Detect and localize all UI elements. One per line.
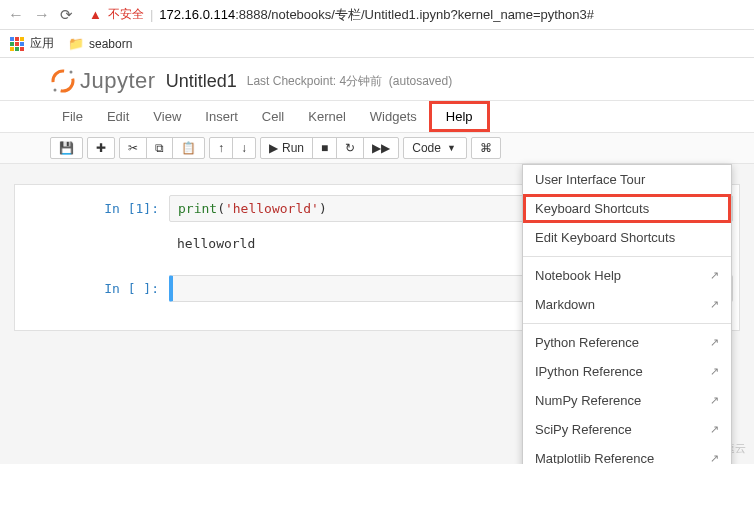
external-link-icon: ↗ xyxy=(710,394,719,407)
help-scipy-reference[interactable]: SciPy Reference↗ xyxy=(523,415,731,444)
help-ipython-reference[interactable]: IPython Reference↗ xyxy=(523,357,731,386)
help-markdown[interactable]: Markdown↗ xyxy=(523,290,731,319)
back-icon[interactable]: ← xyxy=(8,6,24,24)
help-python-reference[interactable]: Python Reference↗ xyxy=(523,328,731,357)
stop-button[interactable]: ■ xyxy=(313,138,337,158)
external-link-icon: ↗ xyxy=(710,365,719,378)
input-prompt: In [1]: xyxy=(79,195,169,222)
plus-icon: ✚ xyxy=(96,141,106,155)
menu-help[interactable]: Help xyxy=(429,101,490,132)
arrow-down-icon: ↓ xyxy=(241,141,247,155)
move-down-button[interactable]: ↓ xyxy=(233,138,255,158)
toolbar: 💾 ✚ ✂ ⧉ 📋 ↑ ↓ ▶Run ■ ↻ ▶▶ Code ▼ ⌘ xyxy=(0,133,754,164)
jupyter-logo[interactable]: Jupyter xyxy=(50,68,156,94)
apps-button[interactable]: 应用 xyxy=(10,35,54,52)
chevron-down-icon: ▼ xyxy=(447,143,456,153)
menu-edit[interactable]: Edit xyxy=(95,101,141,132)
insecure-label: 不安全 xyxy=(108,6,144,23)
stop-icon: ■ xyxy=(321,141,328,155)
jupyter-icon xyxy=(50,68,76,94)
copy-icon: ⧉ xyxy=(155,141,164,155)
scissors-icon: ✂ xyxy=(128,141,138,155)
cut-button[interactable]: ✂ xyxy=(120,138,147,158)
move-up-button[interactable]: ↑ xyxy=(210,138,233,158)
save-icon: 💾 xyxy=(59,141,74,155)
command-palette-button[interactable]: ⌘ xyxy=(472,138,500,158)
notebook-header: Jupyter Untitled1 Last Checkpoint: 4分钟前 … xyxy=(0,58,754,100)
help-notebook-help[interactable]: Notebook Help↗ xyxy=(523,261,731,290)
copy-button[interactable]: ⧉ xyxy=(147,138,173,158)
run-icon: ▶ xyxy=(269,141,278,155)
external-link-icon: ↗ xyxy=(710,336,719,349)
save-button[interactable]: 💾 xyxy=(51,138,82,158)
menu-cell[interactable]: Cell xyxy=(250,101,296,132)
keyboard-icon: ⌘ xyxy=(480,141,492,155)
external-link-icon: ↗ xyxy=(710,452,719,464)
menu-view[interactable]: View xyxy=(141,101,193,132)
help-numpy-reference[interactable]: NumPy Reference↗ xyxy=(523,386,731,415)
help-ui-tour[interactable]: User Interface Tour xyxy=(523,165,731,194)
help-keyboard-shortcuts[interactable]: Keyboard Shortcuts xyxy=(523,194,731,223)
browser-nav-bar: ← → ⟳ ▲ 不安全 | 172.16.0.114:8888/notebook… xyxy=(0,0,754,30)
bookmark-bar: 应用 📁 seaborn xyxy=(0,30,754,58)
fast-forward-icon: ▶▶ xyxy=(372,141,390,155)
folder-icon: 📁 xyxy=(68,36,84,51)
url-bar[interactable]: ▲ 不安全 | 172.16.0.114:8888/notebooks/专栏/U… xyxy=(83,4,746,26)
reload-icon[interactable]: ⟳ xyxy=(60,6,73,24)
fast-forward-button[interactable]: ▶▶ xyxy=(364,138,398,158)
menu-insert[interactable]: Insert xyxy=(193,101,250,132)
arrow-up-icon: ↑ xyxy=(218,141,224,155)
notebook-title[interactable]: Untitled1 xyxy=(166,71,237,92)
paste-icon: 📋 xyxy=(181,141,196,155)
svg-point-0 xyxy=(53,71,73,91)
svg-point-2 xyxy=(54,89,57,92)
help-edit-keyboard-shortcuts[interactable]: Edit Keyboard Shortcuts xyxy=(523,223,731,252)
svg-point-1 xyxy=(70,71,73,74)
restart-icon: ↻ xyxy=(345,141,355,155)
menu-bar: File Edit View Insert Cell Kernel Widget… xyxy=(0,100,754,133)
input-prompt: In [ ]: xyxy=(79,275,169,302)
external-link-icon: ↗ xyxy=(710,423,719,436)
add-cell-button[interactable]: ✚ xyxy=(88,138,114,158)
notebook-area: In [1]: print('helloworld') helloworld I… xyxy=(0,164,754,464)
help-matplotlib-reference[interactable]: Matplotlib Reference↗ xyxy=(523,444,731,464)
bookmark-seaborn[interactable]: 📁 seaborn xyxy=(68,36,132,51)
external-link-icon: ↗ xyxy=(710,269,719,282)
forward-icon[interactable]: → xyxy=(34,6,50,24)
menu-widgets[interactable]: Widgets xyxy=(358,101,429,132)
paste-button[interactable]: 📋 xyxy=(173,138,204,158)
help-dropdown: User Interface Tour Keyboard Shortcuts E… xyxy=(522,164,732,464)
warning-icon: ▲ xyxy=(89,7,102,22)
checkpoint-label: Last Checkpoint: 4分钟前 (autosaved) xyxy=(247,73,452,90)
menu-file[interactable]: File xyxy=(50,101,95,132)
external-link-icon: ↗ xyxy=(710,298,719,311)
menu-kernel[interactable]: Kernel xyxy=(296,101,358,132)
restart-button[interactable]: ↻ xyxy=(337,138,364,158)
apps-icon xyxy=(10,37,24,51)
run-button[interactable]: ▶Run xyxy=(261,138,313,158)
cell-type-select[interactable]: Code ▼ xyxy=(403,137,467,159)
